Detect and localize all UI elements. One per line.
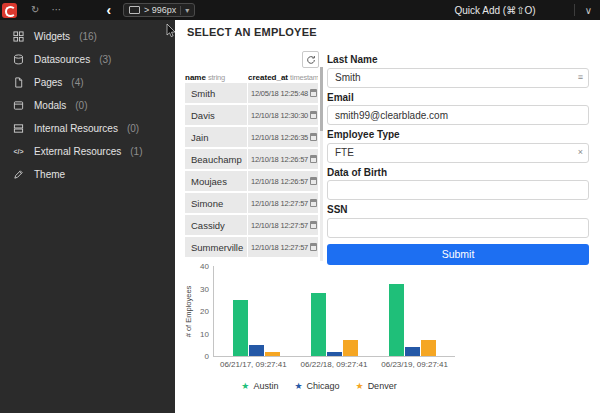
table-row[interactable]: Beauchamp12/10/18 12:26:57 <box>185 149 318 169</box>
table-row[interactable]: Cassidy12/10/18 12:27:57 <box>185 215 318 235</box>
employee-table: namestring created_attimestamp Smith12/0… <box>185 67 318 257</box>
employee-created-cell[interactable]: 12/10/18 12:30:30 <box>248 105 318 125</box>
list-picker-icon[interactable]: ≡ <box>578 67 583 87</box>
bar-denver <box>343 340 358 356</box>
legend-item-austin[interactable]: ★ Austin <box>241 381 278 391</box>
back-icon[interactable]: ‹ <box>106 1 111 19</box>
x-axis-labels: 06/21/17, 09:27:41 06/22/18, 09:27:41 06… <box>213 360 455 369</box>
main-content: SELECT AN EMPLOYEE namestring created_at… <box>175 20 600 413</box>
table-row[interactable]: Summerville12/10/18 12:27:57 <box>185 237 318 257</box>
page-title: SELECT AN EMPLOYEE <box>187 26 317 38</box>
bar-austin <box>233 300 248 356</box>
column-header-created-at[interactable]: created_attimestamp <box>248 66 318 84</box>
table-scrollbar[interactable] <box>320 67 323 261</box>
employee-name-cell[interactable]: Simone <box>185 193 247 213</box>
employee-created-cell[interactable]: 12/10/18 12:26:57 <box>248 149 318 169</box>
collapse-chevron-icon[interactable]: ∨ <box>585 5 592 16</box>
refresh-icon[interactable]: ↻ <box>31 0 39 20</box>
x-tick: 06/22/18, 09:27:41 <box>301 360 368 369</box>
calendar-icon <box>310 155 317 163</box>
sidebar-item-count: (0) <box>127 123 139 134</box>
datasources-icon <box>12 53 25 66</box>
table-row[interactable]: Simone12/10/18 12:27:57 <box>185 193 318 213</box>
employee-created-cell[interactable]: 12/10/18 12:27:57 <box>248 237 318 257</box>
viewport-size-select[interactable]: > 996px ▾ <box>123 3 195 17</box>
column-type: timestamp <box>290 73 318 82</box>
x-tick: 06/23/19, 09:27:41 <box>381 360 448 369</box>
overflow-menu-icon[interactable]: ⋯ <box>51 0 62 20</box>
calendar-icon <box>310 111 317 119</box>
sidebar-item-label: Internal Resources <box>34 123 118 134</box>
calendar-icon <box>310 177 317 185</box>
employee-name-cell[interactable]: Jain <box>185 127 247 147</box>
calendar-icon <box>310 133 317 141</box>
legend-marker: ★ <box>241 382 249 391</box>
last-name-input[interactable] <box>327 68 589 88</box>
quick-add-button[interactable]: Quick Add (⌘⇧O) <box>454 5 535 16</box>
field-label-last-name: Last Name <box>327 54 589 66</box>
column-name: name <box>185 73 206 82</box>
clearblade-logo-icon[interactable] <box>2 3 17 18</box>
legend-label: Austin <box>253 381 278 391</box>
employee-name-cell[interactable]: Summerville <box>185 237 247 257</box>
employee-created-cell[interactable]: 12/10/18 12:27:57 <box>248 215 318 235</box>
legend-item-chicago[interactable]: ★ Chicago <box>294 381 339 391</box>
modals-icon <box>12 99 25 112</box>
column-header-name[interactable]: namestring <box>185 66 248 84</box>
employee-created-cell[interactable]: 12/10/18 12:27:57 <box>248 193 318 213</box>
sidebar-item-external-resources[interactable]: </> External Resources (1) <box>0 140 175 163</box>
sidebar-item-count: (1) <box>130 146 142 157</box>
sidebar-item-count: (3) <box>99 54 111 65</box>
email-input[interactable] <box>327 105 589 125</box>
employee-created-cell[interactable]: 12/10/18 12:26:35 <box>248 127 318 147</box>
bar-group <box>233 266 280 356</box>
calendar-icon <box>310 199 317 207</box>
sidebar: Widgets (16) Datasources (3) Pages (4) M… <box>0 20 175 413</box>
employee-created-cell[interactable]: 12/05/18 12:25:48 <box>248 83 318 103</box>
sidebar-item-internal-resources[interactable]: Internal Resources (0) <box>0 117 175 140</box>
bar-group <box>389 266 436 356</box>
employee-bar-chart: # of Employees 40 30 20 10 0 06/21/17, 0… <box>183 266 455 391</box>
legend-item-denver[interactable]: ★ Denver <box>356 381 397 391</box>
employee-name-cell[interactable]: Davis <box>185 105 247 125</box>
sidebar-item-datasources[interactable]: Datasources (3) <box>0 48 175 71</box>
employee-name-cell[interactable]: Moujaes <box>185 171 247 191</box>
table-row[interactable]: Davis12/10/18 12:30:30 <box>185 105 318 125</box>
viewport-size-label: > 996px <box>144 5 176 15</box>
employee-form: Last Name ≡ Email Employee Type × <box>327 54 589 265</box>
internal-resources-icon <box>12 122 25 135</box>
bar-denver <box>265 352 280 357</box>
table-row[interactable]: Smith12/05/18 12:25:48 <box>185 83 318 103</box>
sidebar-item-modals[interactable]: Modals (0) <box>0 94 175 117</box>
sidebar-item-theme[interactable]: Theme <box>0 163 175 186</box>
sidebar-item-label: Modals <box>34 100 66 111</box>
app-window: ↻ ⋯ ‹ > 996px ▾ Quick Add (⌘⇧O) ∨ Widget… <box>0 0 600 413</box>
y-axis-ticks: 40 30 20 10 0 <box>195 266 213 356</box>
date-of-birth-input[interactable] <box>327 180 589 200</box>
sidebar-item-pages[interactable]: Pages (4) <box>0 71 175 94</box>
table-row[interactable]: Moujaes12/10/18 12:26:57 <box>185 171 318 191</box>
sidebar-item-label: Datasources <box>34 54 90 65</box>
submit-button[interactable]: Submit <box>327 244 589 265</box>
field-label-email: Email <box>327 92 589 104</box>
pages-icon <box>12 76 25 89</box>
sidebar-item-widgets[interactable]: Widgets (16) <box>0 25 175 48</box>
employee-name-cell[interactable]: Beauchamp <box>185 149 247 169</box>
employee-created-cell[interactable]: 12/10/18 12:26:57 <box>248 171 318 191</box>
ssn-input[interactable] <box>327 218 589 238</box>
chevron-down-icon: ▾ <box>180 6 189 15</box>
external-resources-icon: </> <box>12 145 25 158</box>
employee-name-cell[interactable]: Smith <box>185 83 247 103</box>
chart-plot <box>213 266 455 357</box>
clear-icon[interactable]: × <box>578 142 583 162</box>
bar-chicago <box>249 345 264 356</box>
field-label-ssn: SSN <box>327 204 589 216</box>
device-icon <box>129 6 140 14</box>
mouse-cursor <box>166 24 178 38</box>
table-row[interactable]: Jain12/10/18 12:26:35 <box>185 127 318 147</box>
employee-type-input[interactable] <box>327 143 589 163</box>
legend-marker: ★ <box>294 382 302 391</box>
calendar-icon <box>310 221 317 229</box>
employee-name-cell[interactable]: Cassidy <box>185 215 247 235</box>
column-name: created_at <box>248 73 288 82</box>
